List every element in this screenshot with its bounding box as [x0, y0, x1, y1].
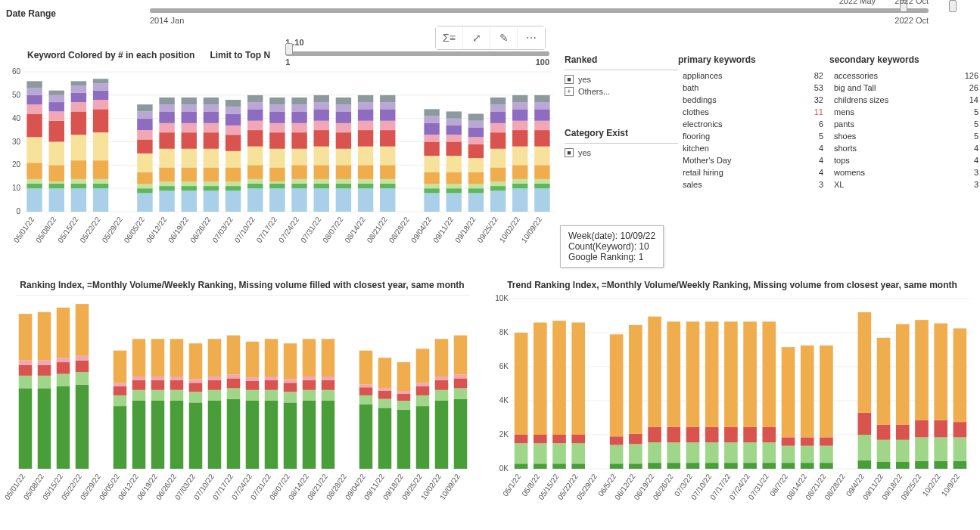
- keyword-row[interactable]: pants5: [829, 118, 980, 130]
- bar-segment[interactable]: [534, 184, 549, 188]
- bar-segment[interactable]: [291, 188, 306, 212]
- bar-segment[interactable]: [336, 179, 351, 184]
- bar-segment[interactable]: [490, 123, 506, 132]
- bar-segment[interactable]: [416, 395, 430, 406]
- bar-segment[interactable]: [490, 191, 506, 212]
- bar-segment[interactable]: [71, 86, 86, 93]
- bar-segment[interactable]: [358, 179, 373, 184]
- bar-segment[interactable]: [336, 111, 351, 122]
- keyword-row[interactable]: shoes5: [829, 130, 980, 142]
- bar-segment[interactable]: [378, 358, 392, 388]
- bar-segment[interactable]: [358, 147, 373, 166]
- bar-segment[interactable]: [151, 339, 165, 377]
- bar-segment[interactable]: [269, 181, 285, 184]
- bar-segment[interactable]: [132, 401, 146, 469]
- bar-segment[interactable]: [534, 179, 549, 184]
- bar-segment[interactable]: [858, 460, 872, 469]
- bar-segment[interactable]: [208, 380, 222, 390]
- bar-segment[interactable]: [446, 172, 462, 184]
- bar-segment[interactable]: [208, 401, 222, 469]
- bar-segment[interactable]: [26, 137, 42, 163]
- bar-segment[interactable]: [686, 442, 700, 463]
- bar-segment[interactable]: [446, 135, 462, 141]
- bar-segment[interactable]: [247, 130, 263, 147]
- bar-segment[interactable]: [284, 383, 297, 392]
- bar-segment[interactable]: [512, 147, 527, 166]
- bar-segment[interactable]: [246, 342, 260, 377]
- bar-segment[interactable]: [227, 399, 241, 469]
- bar-segment[interactable]: [93, 109, 108, 132]
- bar-segment[interactable]: [265, 390, 278, 401]
- bar-segment[interactable]: [380, 121, 395, 130]
- bar-segment[interactable]: [49, 111, 64, 120]
- bar-segment[interactable]: [915, 461, 929, 469]
- bar-segment[interactable]: [380, 130, 395, 147]
- bar-segment[interactable]: [743, 463, 757, 469]
- keyword-row[interactable]: flooring5: [678, 130, 829, 142]
- bar-segment[interactable]: [336, 104, 351, 111]
- bar-segment[interactable]: [954, 328, 967, 422]
- bar-segment[interactable]: [159, 132, 174, 149]
- bar-segment[interactable]: [314, 179, 329, 184]
- bar-segment[interactable]: [446, 188, 462, 193]
- bar-segment[interactable]: [314, 184, 329, 188]
- bar-segment[interactable]: [26, 104, 42, 113]
- bar-segment[interactable]: [571, 323, 585, 435]
- bar-segment[interactable]: [71, 179, 86, 184]
- bar-segment[interactable]: [19, 314, 33, 361]
- bar-segment[interactable]: [269, 188, 285, 212]
- topn-handle[interactable]: [285, 43, 293, 55]
- chart1[interactable]: 010203040506005/01/2205/08/2205/15/2205/…: [5, 68, 557, 257]
- bar-segment[interactable]: [762, 463, 776, 469]
- bar-segment[interactable]: [189, 392, 203, 402]
- bar-segment[interactable]: [648, 442, 661, 463]
- bar-segment[interactable]: [820, 437, 833, 445]
- keyword-row[interactable]: beddings32: [678, 94, 829, 106]
- bar-segment[interactable]: [49, 91, 64, 95]
- bar-segment[interactable]: [534, 95, 549, 102]
- bar-segment[interactable]: [269, 184, 285, 188]
- bar-segment[interactable]: [269, 123, 285, 132]
- bar-segment[interactable]: [137, 119, 152, 130]
- bar-segment[interactable]: [57, 373, 70, 386]
- bar-segment[interactable]: [26, 184, 42, 188]
- bar-segment[interactable]: [159, 111, 174, 122]
- bar-segment[interactable]: [512, 109, 527, 120]
- bar-segment[interactable]: [801, 463, 814, 469]
- bar-segment[interactable]: [358, 130, 373, 147]
- bar-segment[interactable]: [291, 132, 306, 149]
- bar-segment[interactable]: [208, 339, 222, 377]
- bar-segment[interactable]: [435, 380, 449, 390]
- toolbar-data-button[interactable]: Σ≡: [436, 26, 463, 49]
- bar-segment[interactable]: [896, 440, 910, 462]
- bar-segment[interactable]: [26, 188, 42, 212]
- bar-segment[interactable]: [336, 132, 351, 149]
- bar-segment[interactable]: [954, 461, 967, 469]
- bar-segment[interactable]: [534, 130, 549, 147]
- bar-segment[interactable]: [182, 181, 197, 186]
- bar-segment[interactable]: [93, 160, 108, 179]
- bar-segment[interactable]: [686, 463, 700, 469]
- bar-segment[interactable]: [820, 346, 833, 438]
- bar-segment[interactable]: [132, 390, 146, 401]
- bar-segment[interactable]: [93, 83, 108, 90]
- bar-segment[interactable]: [322, 339, 335, 377]
- category-yes[interactable]: ■yes: [565, 147, 678, 159]
- bar-segment[interactable]: [291, 179, 306, 184]
- bar-segment[interactable]: [71, 188, 86, 212]
- keyword-row[interactable]: clothes11: [678, 106, 829, 118]
- bar-segment[interactable]: [724, 442, 738, 463]
- bar-segment[interactable]: [934, 437, 947, 461]
- bar-segment[interactable]: [468, 114, 484, 121]
- bar-segment[interactable]: [291, 165, 306, 179]
- bar-segment[interactable]: [71, 93, 86, 102]
- bar-segment[interactable]: [303, 377, 316, 380]
- bar-segment[interactable]: [358, 95, 373, 102]
- keyword-row[interactable]: accessories126: [829, 70, 980, 82]
- bar-segment[interactable]: [648, 317, 661, 427]
- bar-segment[interactable]: [762, 321, 776, 427]
- bar-segment[interactable]: [227, 375, 241, 379]
- bar-segment[interactable]: [204, 104, 219, 111]
- bar-segment[interactable]: [314, 188, 329, 212]
- bar-segment[interactable]: [534, 147, 549, 166]
